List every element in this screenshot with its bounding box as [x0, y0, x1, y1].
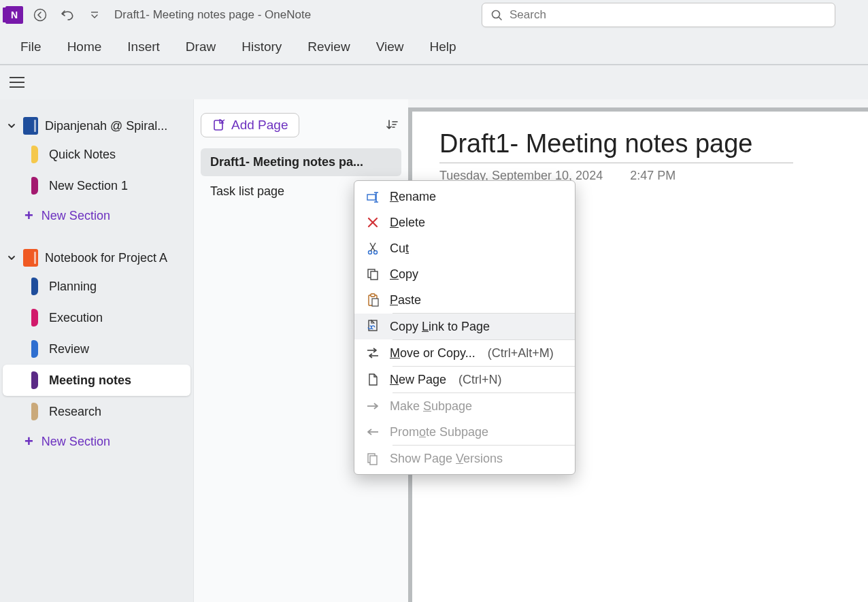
menu-item-label: New Page: [390, 373, 446, 387]
new-section-button[interactable]: +New Section: [0, 427, 193, 456]
menu-item-shortcut: (Ctrl+N): [458, 373, 502, 387]
plus-icon: +: [24, 207, 33, 224]
menu-item-label: Copy Link to Page: [390, 320, 490, 334]
menu-item-label: Rename: [390, 190, 436, 204]
section-label: Planning: [49, 280, 97, 294]
svg-point-0: [35, 10, 46, 21]
menu-item-new-page[interactable]: New Page(Ctrl+N): [354, 367, 575, 392]
section-item[interactable]: Meeting notes: [3, 365, 190, 396]
menu-item-label: Move or Copy...: [390, 346, 475, 361]
menu-item-make-subpage: Make Subpage: [354, 393, 575, 419]
menu-item-show-page-versions: Show Page Versions: [354, 446, 575, 471]
link-icon: [365, 319, 380, 334]
section-label: New Section 1: [49, 179, 128, 193]
chevron-down-icon: [90, 10, 99, 20]
cut-icon: [365, 241, 380, 256]
section-color-tab: [31, 309, 38, 327]
notebook-name: Notebook for Project A: [45, 251, 167, 265]
plus-icon: +: [24, 433, 33, 450]
section-item[interactable]: New Section 1: [3, 170, 190, 201]
section-item[interactable]: Review: [3, 333, 190, 365]
svg-line-14: [371, 243, 375, 251]
ribbon-tab-insert[interactable]: Insert: [126, 37, 161, 57]
notebook-header[interactable]: Notebook for Project A: [0, 245, 193, 271]
svg-rect-19: [371, 294, 375, 297]
menu-item-label: Copy: [390, 267, 418, 282]
add-page-button[interactable]: Add Page: [201, 113, 299, 137]
notebook-icon: [23, 249, 38, 267]
menu-item-copy-link-to-page[interactable]: Copy Link to Page: [354, 314, 575, 339]
menu-item-label: Make Subpage: [390, 399, 472, 414]
section-color-tab: [31, 146, 38, 163]
page-time: 2:47 PM: [630, 169, 675, 183]
sort-pages-button[interactable]: [382, 116, 401, 135]
new-section-button[interactable]: +New Section: [0, 201, 193, 230]
menu-item-delete[interactable]: Delete: [354, 210, 575, 235]
copy-icon: [365, 267, 380, 282]
menu-item-label: Cut: [390, 241, 409, 256]
section-color-tab: [31, 371, 38, 389]
section-color-tab: [31, 340, 38, 358]
menu-item-label: Paste: [390, 293, 421, 307]
svg-rect-20: [372, 299, 378, 306]
menu-item-rename[interactable]: Rename: [354, 184, 575, 210]
newpage-icon: [365, 372, 380, 387]
right-icon: [365, 399, 380, 414]
rename-icon: [365, 189, 380, 204]
customize-qat-button[interactable]: [84, 5, 105, 25]
menu-item-paste[interactable]: Paste: [354, 287, 575, 313]
page-context-menu: RenameDeleteCutCopyPasteCopy Link to Pag…: [354, 180, 575, 475]
notebook-name: Dipanjenah @ Spiral...: [45, 119, 167, 133]
menu-item-move-or-copy[interactable]: Move or Copy...(Ctrl+Alt+M): [354, 340, 575, 366]
section-label: Execution: [49, 311, 103, 325]
chevron-down-icon: [7, 253, 16, 263]
move-icon: [365, 346, 380, 361]
new-section-label: New Section: [41, 435, 110, 449]
section-label: Review: [49, 342, 89, 356]
ribbon-tab-view[interactable]: View: [375, 37, 405, 57]
menu-item-cut[interactable]: Cut: [354, 235, 575, 261]
notebook-icon: [23, 117, 38, 135]
section-color-tab: [31, 278, 38, 295]
section-color-tab: [31, 177, 38, 195]
menu-item-copy[interactable]: Copy: [354, 261, 575, 287]
search-icon: [490, 9, 503, 21]
ribbon-tab-help[interactable]: Help: [428, 37, 457, 57]
new-section-label: New Section: [41, 209, 110, 223]
svg-rect-17: [371, 271, 378, 280]
add-page-label: Add Page: [231, 118, 288, 133]
section-item[interactable]: Quick Notes: [3, 139, 190, 170]
section-label: Meeting notes: [49, 373, 131, 388]
onenote-app-icon: N: [5, 6, 23, 24]
search-box[interactable]: [482, 3, 835, 27]
ribbon-tab-review[interactable]: Review: [306, 37, 351, 57]
menu-item-label: Promote Subpage: [390, 425, 488, 439]
section-label: Research: [49, 405, 101, 419]
menu-item-label: Show Page Versions: [390, 452, 503, 466]
paste-icon: [365, 292, 380, 307]
page-title[interactable]: Draft1- Meeting notes page: [439, 129, 793, 163]
section-color-tab: [31, 403, 38, 420]
back-arrow-icon: [33, 8, 47, 22]
section-item[interactable]: Execution: [3, 302, 190, 333]
tool-row: [0, 65, 868, 99]
ribbon-tab-file[interactable]: File: [19, 37, 43, 57]
svg-point-2: [493, 11, 500, 18]
svg-line-15: [370, 243, 375, 251]
undo-button[interactable]: [57, 5, 78, 25]
page-item[interactable]: Draft1- Meeting notes pa...: [201, 148, 401, 176]
svg-rect-8: [367, 195, 375, 200]
notebook-sidebar: Dipanjenah @ Spiral...Quick NotesNew Sec…: [0, 99, 193, 602]
notebook-header[interactable]: Dipanjenah @ Spiral...: [0, 113, 193, 139]
search-input[interactable]: [510, 8, 827, 22]
back-button[interactable]: [30, 5, 50, 25]
window-title: Draft1- Meeting notes page - OneNote: [112, 8, 311, 22]
svg-point-13: [374, 251, 378, 254]
section-item[interactable]: Planning: [3, 271, 190, 302]
section-item[interactable]: Research: [3, 396, 190, 427]
ribbon-tab-history[interactable]: History: [240, 37, 283, 57]
nav-pane-toggle[interactable]: [7, 72, 27, 93]
ribbon-tab-home[interactable]: Home: [66, 37, 103, 57]
ribbon-tab-draw[interactable]: Draw: [184, 37, 217, 57]
menu-item-shortcut: (Ctrl+Alt+M): [488, 346, 554, 361]
